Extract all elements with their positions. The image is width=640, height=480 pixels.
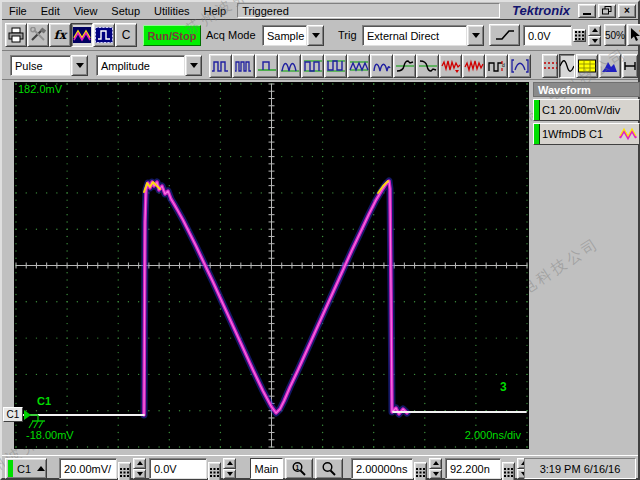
eye-diagram-button[interactable] bbox=[622, 54, 638, 78]
wfmdb-row[interactable]: 1WfmDB C1 bbox=[533, 123, 640, 145]
values-readout-button[interactable] bbox=[576, 54, 598, 78]
meas-round-pulses2-button[interactable] bbox=[370, 54, 393, 78]
meas-single-pulse-button[interactable] bbox=[255, 54, 278, 78]
vertical-top-readout: 182.0mV bbox=[18, 83, 62, 95]
meas-gated-wave-button[interactable] bbox=[508, 54, 531, 78]
keypad-button[interactable] bbox=[414, 462, 427, 480]
meas-pulse-train-button[interactable] bbox=[232, 54, 255, 78]
timebase-spinner[interactable] bbox=[429, 458, 442, 479]
spin-down-icon[interactable] bbox=[223, 469, 236, 480]
meas-type-select[interactable]: Pulse bbox=[10, 55, 88, 76]
trace-channel-label: C1 bbox=[37, 395, 51, 407]
menu-bar: File Edit View Setup Utilities Help Trig… bbox=[2, 2, 638, 20]
meas-inverted-pulses-button[interactable] bbox=[324, 54, 347, 78]
pulse-burst-icon bbox=[211, 58, 231, 74]
spin-up-icon[interactable] bbox=[588, 25, 601, 36]
spin-up-icon[interactable] bbox=[223, 458, 236, 469]
trigger-level-spinner[interactable] bbox=[588, 25, 601, 46]
pulse-train-icon bbox=[234, 58, 254, 74]
scope-application-window: File Edit View Setup Utilities Help Trig… bbox=[0, 0, 640, 480]
menu-setup[interactable]: Setup bbox=[104, 3, 147, 19]
jitter-icon bbox=[464, 58, 484, 74]
main-timebase-button[interactable]: Main bbox=[250, 458, 283, 479]
cursors-button[interactable] bbox=[542, 54, 558, 78]
meas-falling-edge-button[interactable] bbox=[416, 54, 439, 78]
zoom-2-button[interactable] bbox=[315, 458, 343, 479]
meas-type-value: Pulse bbox=[10, 55, 71, 76]
meas-pulse-burst-button[interactable] bbox=[209, 54, 232, 78]
meas-category-select[interactable]: Amplitude bbox=[96, 55, 202, 76]
tektronix-logo: Tektronix bbox=[504, 3, 578, 18]
mask-test-button[interactable] bbox=[93, 23, 115, 47]
histogram-button[interactable] bbox=[599, 54, 621, 78]
square-pulses-icon bbox=[303, 58, 323, 74]
timebase-field[interactable]: 2.00000ns bbox=[351, 458, 413, 479]
keypad-button[interactable] bbox=[208, 462, 221, 480]
fx-icon: fx bbox=[54, 28, 66, 42]
meas-jitter-arrow-button[interactable] bbox=[439, 54, 462, 78]
meas-rising-edge-button[interactable] bbox=[393, 54, 416, 78]
trigger-slope-button[interactable] bbox=[489, 24, 520, 46]
print-button[interactable] bbox=[5, 23, 27, 47]
vertical-offset-spinner[interactable] bbox=[223, 458, 236, 479]
rising-edge-icon bbox=[395, 58, 415, 74]
waveform-display-button[interactable] bbox=[71, 23, 93, 47]
minimize-button[interactable] bbox=[578, 4, 596, 18]
meas-jitter-button[interactable] bbox=[462, 54, 485, 78]
vertical-scale-spinner[interactable] bbox=[133, 458, 146, 479]
vertical-offset-field[interactable]: 0.0V bbox=[149, 458, 207, 479]
printer-icon bbox=[7, 27, 25, 43]
channel-scale-row[interactable]: C1 20.00mV/div bbox=[533, 99, 640, 121]
menu-help[interactable]: Help bbox=[197, 3, 234, 19]
delay-field[interactable]: 92.200n bbox=[445, 458, 501, 479]
spin-up-icon[interactable] bbox=[429, 458, 442, 469]
menu-file[interactable]: File bbox=[2, 3, 34, 19]
tools-button[interactable] bbox=[27, 23, 49, 47]
chevron-down-icon[interactable] bbox=[185, 55, 202, 76]
set-50pct-button[interactable]: 50% bbox=[604, 24, 626, 46]
status-bar: C1 20.00mV/ 0.0V Main 1 2.00000ns 92.200… bbox=[2, 455, 638, 480]
keypad-button[interactable] bbox=[118, 462, 131, 480]
menu-edit[interactable]: Edit bbox=[34, 3, 67, 19]
context-help-button[interactable]: ? bbox=[627, 24, 640, 46]
spin-down-icon[interactable] bbox=[133, 469, 146, 480]
trigger-source-select[interactable]: External Direct bbox=[362, 25, 484, 46]
acq-mode-select[interactable]: Sample bbox=[262, 25, 324, 46]
eye-diagram-icon bbox=[623, 59, 637, 73]
meas-round-pulses-button[interactable] bbox=[278, 54, 301, 78]
trigger-status-indicator: Triggered bbox=[237, 3, 500, 18]
chevron-down-icon[interactable] bbox=[467, 25, 484, 46]
restore-button[interactable] bbox=[598, 4, 616, 18]
wfmdb-text: 1WfmDB C1 bbox=[540, 128, 619, 140]
menu-utilities[interactable]: Utilities bbox=[147, 3, 196, 19]
spin-down-icon[interactable] bbox=[429, 469, 442, 480]
clear-button[interactable]: C bbox=[115, 23, 137, 47]
trigger-level-field[interactable]: 0.0V bbox=[523, 25, 572, 46]
close-button[interactable]: × bbox=[618, 4, 636, 18]
run-stop-button[interactable]: Run/Stop bbox=[143, 25, 201, 46]
channel-marker[interactable]: C1 bbox=[3, 407, 23, 422]
menu-view[interactable]: View bbox=[67, 3, 105, 19]
waveform-panel-header: Waveform bbox=[533, 82, 640, 97]
acq-mode-label: Acq Mode bbox=[206, 29, 256, 41]
meas-square-pulses-button[interactable] bbox=[301, 54, 324, 78]
channel-select-button[interactable]: C1 bbox=[5, 458, 47, 479]
math-button[interactable]: fx bbox=[49, 23, 71, 47]
clear-icon: C bbox=[122, 28, 131, 42]
meas-zigzag-wave-button[interactable] bbox=[347, 54, 370, 78]
tools-icon bbox=[29, 27, 47, 43]
vertical-scale-field[interactable]: 20.00mV/ bbox=[59, 458, 117, 479]
chevron-down-icon[interactable] bbox=[307, 25, 324, 46]
spin-up-icon[interactable] bbox=[133, 458, 146, 469]
cursors-dashed-icon bbox=[544, 59, 557, 73]
meas-pulse-stats-button[interactable]: d bbox=[485, 54, 508, 78]
spin-down-icon[interactable] bbox=[588, 36, 601, 47]
clock-display: 3:19 PM 6/16/16 bbox=[524, 458, 636, 479]
waveform-view-button[interactable] bbox=[559, 54, 575, 78]
zoom-1-button[interactable]: 1 bbox=[285, 458, 313, 479]
keypad-button[interactable] bbox=[573, 29, 586, 42]
chevron-down-icon[interactable] bbox=[71, 55, 88, 76]
keypad-button[interactable] bbox=[502, 462, 515, 480]
main-toolbar: fx C Run/Stop Acq Mode Sample Trig Exter… bbox=[2, 21, 638, 51]
magnifier-1-icon: 1 bbox=[291, 461, 307, 477]
